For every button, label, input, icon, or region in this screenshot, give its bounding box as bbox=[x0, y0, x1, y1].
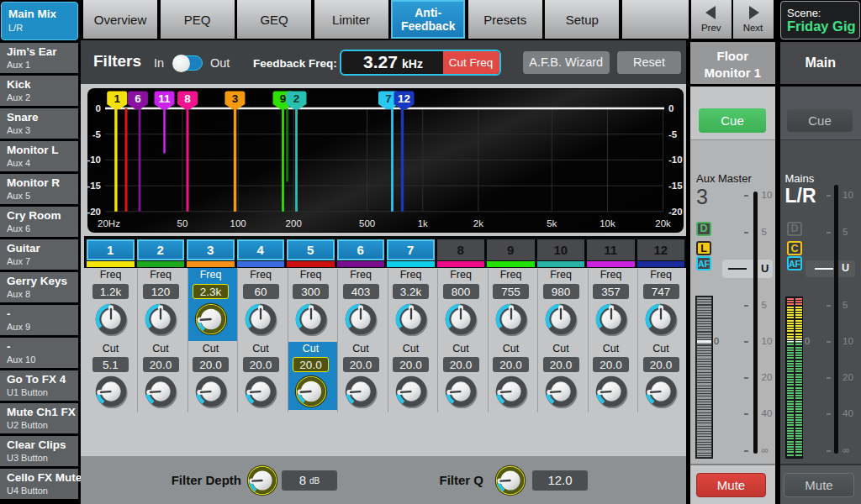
svg-text:11: 11 bbox=[158, 92, 171, 105]
svg-text:200: 200 bbox=[285, 218, 301, 228]
svg-text:500: 500 bbox=[359, 218, 375, 228]
svg-text:0: 0 bbox=[95, 103, 100, 113]
svg-text:20Hz: 20Hz bbox=[98, 218, 120, 228]
svg-text:-15: -15 bbox=[87, 181, 102, 191]
svg-text:5k: 5k bbox=[547, 218, 557, 228]
svg-text:-10: -10 bbox=[668, 155, 683, 165]
svg-text:-5: -5 bbox=[668, 129, 678, 139]
svg-text:9: 9 bbox=[279, 92, 286, 105]
svg-text:-10: -10 bbox=[87, 155, 101, 165]
svg-text:3: 3 bbox=[231, 92, 238, 105]
svg-text:6: 6 bbox=[135, 92, 141, 105]
svg-text:2: 2 bbox=[293, 92, 299, 105]
svg-text:1k: 1k bbox=[417, 218, 427, 228]
svg-text:-20: -20 bbox=[668, 206, 683, 216]
svg-text:10k: 10k bbox=[600, 218, 615, 228]
svg-text:0: 0 bbox=[668, 103, 673, 113]
svg-text:2k: 2k bbox=[473, 218, 483, 228]
svg-text:8: 8 bbox=[184, 92, 191, 105]
svg-text:20k: 20k bbox=[655, 218, 671, 228]
svg-text:-20: -20 bbox=[87, 206, 101, 216]
svg-text:1: 1 bbox=[114, 92, 120, 105]
svg-text:12: 12 bbox=[397, 92, 409, 105]
svg-text:-5: -5 bbox=[92, 129, 101, 139]
svg-text:100: 100 bbox=[230, 218, 246, 228]
svg-text:-15: -15 bbox=[668, 181, 683, 191]
svg-text:7: 7 bbox=[385, 92, 392, 105]
svg-text:50: 50 bbox=[177, 218, 188, 228]
